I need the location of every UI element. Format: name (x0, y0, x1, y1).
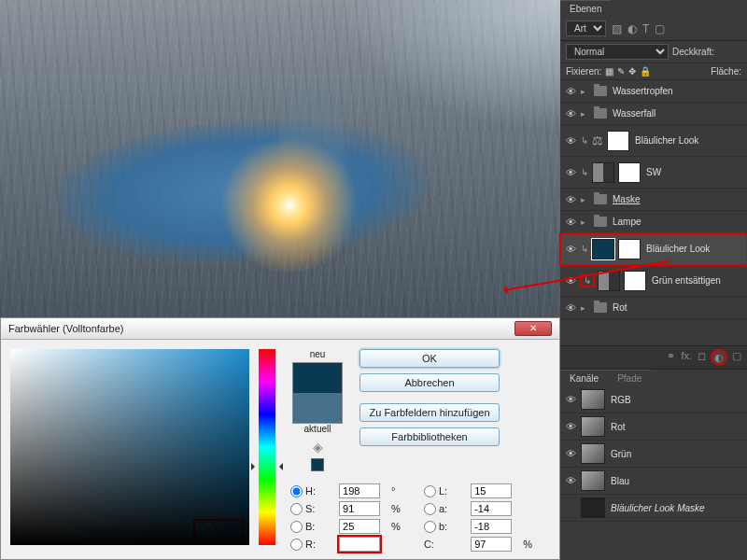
sun-glow (215, 131, 364, 280)
channels-tab[interactable]: Kanäle (560, 370, 608, 386)
bw-thumb[interactable] (592, 162, 614, 183)
lock-row: Fixieren: ▦ ✎ ✥ 🔒 Fläche: (560, 63, 747, 80)
folder-icon (594, 194, 607, 204)
color-values: H: ° L: S: % a: B: % b: R: C: % (290, 483, 550, 552)
visibility-icon[interactable]: 👁 (564, 86, 577, 97)
b-input[interactable] (339, 519, 380, 534)
filter-adjust-icon[interactable]: ◐ (627, 22, 637, 35)
folder-icon (594, 108, 607, 119)
channel-red[interactable]: 👁Rot (560, 413, 747, 441)
h-input[interactable] (339, 483, 380, 498)
clip-icon: ↳ (581, 167, 588, 177)
expand-icon[interactable]: ▸ (581, 217, 590, 227)
b-radio[interactable] (290, 521, 303, 533)
lab-b-radio[interactable] (424, 521, 436, 533)
dialog-titlebar[interactable]: Farbwähler (Volltonfarbe) ✕ (1, 318, 559, 340)
h-radio[interactable] (290, 485, 303, 497)
expand-icon[interactable]: ▸ (581, 303, 590, 313)
l-radio[interactable] (424, 485, 436, 497)
mask-icon[interactable]: ◻ (698, 350, 706, 365)
clip-icon: ↳ (581, 135, 588, 146)
s-label: S: (305, 503, 315, 514)
lock-all-icon[interactable]: 🔒 (640, 66, 651, 77)
visibility-icon[interactable]: 👁 (564, 448, 577, 459)
s-input[interactable] (339, 501, 380, 516)
visibility-icon[interactable]: 👁 (564, 108, 577, 119)
cancel-button[interactable]: Abbrechen (359, 373, 500, 392)
s-radio[interactable] (290, 503, 303, 515)
visibility-icon[interactable]: 👁 (564, 394, 577, 405)
visibility-icon[interactable]: 👁 (564, 135, 577, 147)
new-label: neu (285, 349, 350, 359)
layer-group[interactable]: 👁▸Maske (560, 189, 747, 211)
filter-kind[interactable]: Art (566, 21, 606, 36)
layer-adjustment[interactable]: 👁↳SW (560, 157, 747, 189)
gamut-warning-icon[interactable]: ◈ (285, 440, 350, 455)
expand-icon[interactable]: ▸ (581, 195, 590, 204)
websafe-swatch[interactable] (311, 458, 324, 471)
l-input[interactable] (471, 483, 512, 498)
filter-shape-icon[interactable]: ▢ (655, 22, 665, 35)
a-radio[interactable] (424, 503, 436, 515)
layer-adjustment[interactable]: 👁↳Grün entsättigen (560, 265, 747, 297)
filter-image-icon[interactable]: ▨ (612, 22, 622, 35)
channels-panel: KanälePfade 👁RGB 👁Rot 👁Grün 👁Blau 👁Bläul… (560, 369, 747, 522)
new-group-icon[interactable]: ▢ (732, 350, 741, 365)
lock-label: Fixieren: (566, 66, 601, 77)
close-button[interactable]: ✕ (514, 321, 552, 336)
current-color-swatch[interactable] (293, 393, 342, 423)
layer-group[interactable]: 👁▸Rot (560, 297, 747, 319)
dialog-title-text: Farbwähler (Volltonfarbe) (8, 323, 514, 334)
mask-thumb[interactable] (618, 239, 641, 259)
link-icon[interactable]: ⚭ (667, 350, 675, 365)
balance-icon: ⚖ (592, 133, 603, 147)
hue-slider[interactable] (259, 349, 275, 545)
visibility-icon[interactable]: 👁 (564, 167, 577, 178)
lock-transparent-icon[interactable]: ▦ (605, 66, 613, 77)
r-input[interactable] (339, 537, 380, 552)
r-radio[interactable] (290, 539, 303, 551)
fx-icon[interactable]: fx. (681, 350, 692, 365)
a-input[interactable] (471, 501, 512, 516)
expand-icon[interactable]: ▸ (581, 109, 590, 119)
channel-rgb[interactable]: 👁RGB (560, 386, 747, 413)
color-field[interactable] (10, 349, 249, 545)
ok-button[interactable]: OK (359, 349, 500, 368)
visibility-icon[interactable]: 👁 (564, 302, 577, 314)
layer-group[interactable]: 👁▸Lampe (560, 211, 747, 233)
hue-indicator (253, 459, 281, 467)
channel-thumb (581, 497, 605, 518)
annotation-highlight (193, 519, 244, 541)
blend-mode-select[interactable]: Normal (566, 44, 669, 60)
layers-bottom-bar: ⚭ fx. ◻ ◐ ▢ (560, 345, 747, 369)
lock-position-icon[interactable]: ✥ (628, 66, 636, 77)
layers-tab[interactable]: Ebenen (560, 0, 611, 17)
lab-b-input[interactable] (471, 519, 512, 534)
channel-mask[interactable]: 👁Bläulicher Look Maske (560, 495, 747, 522)
visibility-icon[interactable]: 👁 (564, 244, 577, 255)
expand-icon[interactable]: ▸ (581, 87, 590, 96)
visibility-icon[interactable]: 👁 (564, 194, 577, 205)
color-libraries-button[interactable]: Farbbibliotheken (359, 427, 500, 446)
visibility-icon[interactable]: 👁 (564, 475, 577, 486)
canvas[interactable] (0, 0, 560, 317)
filter-text-icon[interactable]: T (642, 22, 649, 35)
color-thumb[interactable] (592, 239, 614, 259)
add-swatch-button[interactable]: Zu Farbfeldern hinzufügen (359, 403, 500, 422)
paths-tab[interactable]: Pfade (608, 370, 651, 386)
c-input[interactable] (471, 537, 512, 552)
mask-thumb[interactable] (624, 271, 646, 291)
c-unit: % (523, 539, 550, 550)
lock-pixels-icon[interactable]: ✎ (617, 66, 625, 77)
mask-thumb[interactable] (618, 162, 641, 183)
channel-green[interactable]: 👁Grün (560, 441, 747, 468)
layer-group[interactable]: 👁▸Wasserfall (560, 103, 747, 125)
layer-group[interactable]: 👁▸Wassertropfen (560, 80, 747, 103)
mask-thumb[interactable] (607, 131, 629, 151)
new-adjustment-icon[interactable]: ◐ (712, 350, 726, 365)
channel-blue[interactable]: 👁Blau (560, 468, 747, 495)
layer-adjustment[interactable]: 👁↳⚖Bläulicher Look (560, 125, 747, 157)
layer-fill-selected[interactable]: 👁↳Bläulicher Look (560, 233, 747, 265)
visibility-icon[interactable]: 👁 (564, 421, 577, 432)
visibility-icon[interactable]: 👁 (564, 217, 577, 228)
